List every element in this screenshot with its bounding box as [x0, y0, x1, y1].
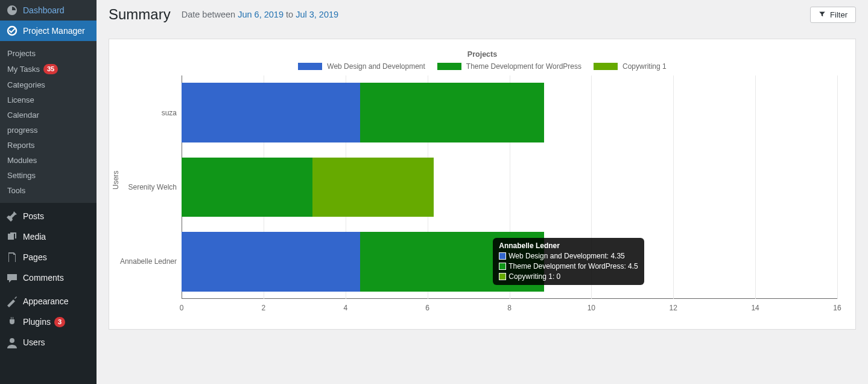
pages-icon: [6, 251, 18, 263]
bar-row: Annabelle Ledner: [182, 232, 837, 292]
date-range-label: Date between Jun 6, 2019 to Jul 3, 2019: [182, 10, 338, 19]
x-tick: 6: [425, 304, 429, 312]
legend-label: Copywriting 1: [622, 62, 667, 71]
chart-plot: 0246810121416suzaSerenity WelchAnnabelle…: [182, 75, 837, 299]
sidebar-label: Pages: [23, 252, 47, 262]
media-icon: [6, 231, 18, 243]
page-header: Summary Date between Jun 6, 2019 to Jul …: [97, 0, 868, 29]
x-tick: 4: [343, 304, 347, 312]
sidebar-sub-item[interactable]: Settings: [0, 168, 97, 183]
bar-row: Serenity Welch: [182, 158, 837, 217]
plugins-icon: [6, 316, 18, 328]
y-tick: Annabelle Ledner: [120, 257, 177, 266]
bar-segment[interactable]: [312, 158, 433, 217]
legend-swatch: [594, 63, 618, 70]
dashboard-icon: [6, 4, 18, 16]
bar-segment[interactable]: [182, 158, 312, 217]
sidebar-sub-item[interactable]: Calendar: [0, 107, 97, 123]
sidebar-sub-item[interactable]: Projects: [0, 46, 97, 61]
sidebar-sub-item[interactable]: License: [0, 92, 97, 107]
bar-segment[interactable]: [182, 83, 360, 142]
admin-sidebar: Dashboard Project Manager ProjectsMy Tas…: [0, 0, 97, 384]
sidebar-sub-label: Modules: [7, 156, 37, 165]
bar-stack[interactable]: [182, 83, 837, 142]
sidebar-item-appearance[interactable]: Appearance: [0, 291, 97, 312]
legend-label: Web Design and Development: [327, 62, 425, 71]
sidebar-sub-label: Settings: [7, 171, 36, 180]
sidebar-label: Dashboard: [23, 5, 65, 15]
x-tick: 16: [833, 304, 841, 312]
sidebar-sub-item[interactable]: progress: [0, 123, 97, 138]
legend-swatch: [437, 63, 461, 70]
sidebar-sub-item[interactable]: Tools: [0, 183, 97, 198]
sidebar-item-project-manager[interactable]: Project Manager: [0, 21, 97, 41]
bar-segment[interactable]: [360, 232, 545, 292]
date-to-link[interactable]: Jul 3, 2019: [296, 10, 338, 19]
plugins-badge: 3: [54, 317, 65, 327]
sidebar-item-posts[interactable]: Posts: [0, 206, 97, 226]
x-tick: 2: [262, 304, 266, 312]
project-manager-icon: [6, 25, 18, 37]
filter-button[interactable]: Filter: [810, 7, 856, 23]
svg-point-1: [10, 338, 14, 343]
page-title: Summary: [109, 6, 171, 23]
legend-item[interactable]: Theme Development for WordPress: [437, 62, 581, 71]
filter-icon: [819, 10, 826, 19]
legend-swatch: [298, 63, 322, 70]
legend-item[interactable]: Web Design and Development: [298, 62, 425, 71]
sidebar-sub-label: Reports: [7, 141, 35, 150]
bar-segment[interactable]: [182, 232, 360, 292]
sidebar-item-plugins[interactable]: Plugins 3: [0, 312, 97, 332]
sidebar-label: Plugins: [23, 317, 51, 327]
y-tick: suza: [162, 109, 177, 117]
sidebar-sub-item[interactable]: Modules: [0, 153, 97, 168]
pin-icon: [6, 210, 18, 222]
chart-card: Projects Web Design and DevelopmentTheme…: [109, 39, 856, 330]
sidebar-label: Project Manager: [23, 26, 85, 36]
legend-item[interactable]: Copywriting 1: [594, 62, 667, 71]
sidebar-sub-label: License: [7, 95, 34, 104]
sidebar-item-pages[interactable]: Pages: [0, 247, 97, 267]
sidebar-sub-label: Categories: [7, 80, 45, 89]
chart-legend: Web Design and DevelopmentTheme Developm…: [109, 62, 855, 75]
sidebar-sub-label: Projects: [7, 49, 36, 58]
users-icon: [6, 336, 18, 348]
bar-row: suza: [182, 83, 837, 142]
y-axis-label: Users: [112, 171, 120, 190]
x-tick: 0: [180, 304, 184, 312]
sidebar-sub-item[interactable]: My Tasks35: [0, 61, 97, 77]
sidebar-item-dashboard[interactable]: Dashboard: [0, 0, 97, 21]
bar-stack[interactable]: [182, 232, 837, 292]
sidebar-label: Media: [23, 232, 46, 242]
sidebar-label: Appearance: [23, 296, 69, 306]
appearance-icon: [6, 295, 18, 307]
sidebar-label: Posts: [23, 211, 44, 221]
sidebar-item-comments[interactable]: Comments: [0, 267, 97, 288]
grid-line: [837, 75, 838, 299]
legend-label: Theme Development for WordPress: [466, 62, 581, 71]
sidebar-label: Users: [23, 338, 45, 347]
sidebar-item-users[interactable]: Users: [0, 332, 97, 353]
x-tick: 10: [588, 304, 595, 312]
bar-stack[interactable]: [182, 158, 837, 217]
sidebar-sub-item[interactable]: Categories: [0, 77, 97, 92]
main-content: Summary Date between Jun 6, 2019 to Jul …: [97, 0, 868, 330]
date-from-link[interactable]: Jun 6, 2019: [238, 10, 284, 19]
chart-title: Projects: [109, 39, 855, 62]
x-tick: 12: [670, 304, 677, 312]
sidebar-sub-label: progress: [7, 126, 38, 135]
bar-segment[interactable]: [360, 83, 545, 142]
sidebar-item-media[interactable]: Media: [0, 226, 97, 247]
sidebar-sub-label: Tools: [7, 186, 25, 195]
sidebar-label: Comments: [23, 273, 64, 283]
sidebar-submenu: ProjectsMy Tasks35CategoriesLicenseCalen…: [0, 41, 97, 203]
y-tick: Serenity Welch: [128, 183, 177, 191]
comments-icon: [6, 272, 18, 284]
filter-button-label: Filter: [830, 10, 847, 19]
sidebar-sub-item[interactable]: Reports: [0, 138, 97, 153]
sidebar-sub-label: My Tasks: [7, 65, 40, 74]
x-tick: 8: [507, 304, 512, 312]
chart-area: Users 0246810121416suzaSerenity WelchAnn…: [109, 75, 855, 329]
x-tick: 14: [751, 304, 759, 312]
sidebar-sub-badge: 35: [43, 64, 58, 74]
